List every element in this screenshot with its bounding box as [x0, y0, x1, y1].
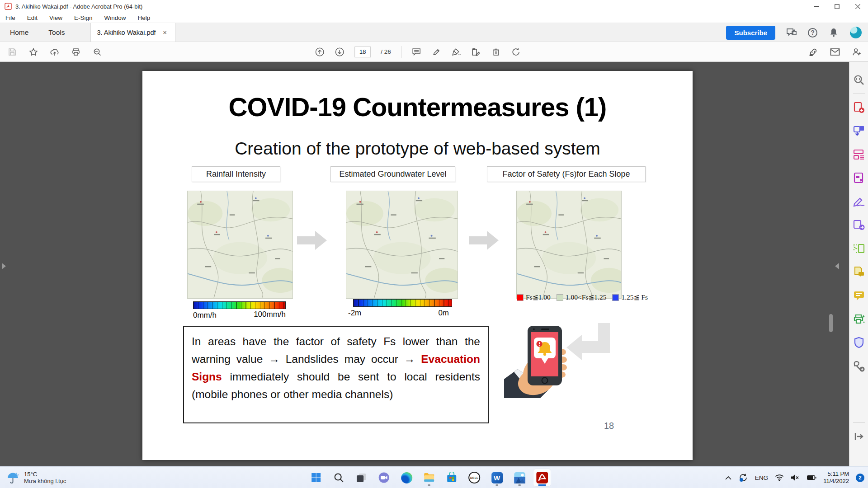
document-toolbar: / 26 [0, 42, 868, 62]
microsoft-store-button[interactable] [443, 469, 461, 487]
start-button[interactable] [307, 469, 325, 487]
panel-label-groundwater: Estimated Groundwater Level [330, 166, 455, 182]
tab-home[interactable]: Home [0, 23, 38, 42]
search-button[interactable] [330, 469, 348, 487]
star-icon[interactable] [28, 47, 38, 57]
share-link-icon[interactable] [808, 47, 818, 57]
highlight-icon[interactable] [431, 47, 441, 57]
create-pdf-icon[interactable] [849, 96, 868, 119]
weather-widget[interactable]: 15°C Mưa không l.tục [6, 467, 66, 488]
tab-tools[interactable]: Tools [38, 23, 75, 42]
more-tools-icon[interactable] [849, 354, 868, 378]
left-panel-expand-icon[interactable] [2, 263, 6, 269]
help-icon[interactable] [808, 28, 817, 38]
rotate-page-icon[interactable] [511, 47, 521, 57]
feedback-icon[interactable] [786, 27, 797, 38]
menu-help[interactable]: Help [138, 14, 151, 21]
dell-app-button[interactable]: DELL [465, 469, 483, 487]
cloud-upload-icon[interactable] [50, 47, 60, 57]
menu-view[interactable]: View [49, 14, 62, 21]
panel-label-rainfall: Rainfall Intensity [192, 166, 280, 182]
textbox-part3: immediately should be sent to local resi… [192, 371, 480, 400]
page-number-input[interactable] [354, 47, 371, 57]
groundwater-scale-max: 0m [438, 309, 449, 318]
sidebar-divider [853, 422, 865, 423]
email-icon[interactable] [830, 47, 840, 57]
legend-label-high: 1.25≦ Fs [621, 293, 648, 301]
window-title: 3. Akihiko Wakai.pdf - Adobe Acrobat Pro… [15, 3, 142, 10]
file-explorer-button[interactable] [420, 469, 438, 487]
fill-sign-tool-icon[interactable] [849, 190, 868, 213]
comment-tool-icon[interactable] [849, 284, 868, 307]
redact-icon[interactable] [849, 166, 868, 190]
weather-temperature: 15°C [24, 471, 66, 478]
notification-count-badge[interactable]: 2 [856, 474, 864, 482]
add-comment-icon[interactable] [411, 47, 421, 57]
close-button[interactable] [847, 0, 868, 13]
fs-legend: Fs≦1.00 1.00<Fs≦1.25 1.25≦ Fs [517, 293, 648, 301]
account-avatar[interactable] [850, 27, 862, 38]
menu-file[interactable]: File [5, 14, 15, 21]
wifi-icon[interactable] [775, 474, 784, 481]
print-production-icon[interactable] [849, 307, 868, 331]
menu-edit[interactable]: Edit [27, 14, 38, 21]
menu-bar: File Edit View E-Sign Window Help [0, 13, 868, 23]
tab-document[interactable]: 3. Akihiko Wakai.pdf [90, 23, 175, 42]
chat-button[interactable] [375, 469, 393, 487]
slide-subtitle: Creation of the prototype of web-based s… [142, 139, 693, 159]
collapse-panel-icon[interactable] [849, 425, 868, 448]
menu-esign[interactable]: E-Sign [74, 14, 93, 21]
volume-muted-icon[interactable] [791, 474, 800, 481]
clock[interactable]: 5:11 PM 11/4/2022 [823, 470, 849, 485]
share-for-comments-icon[interactable] [849, 260, 868, 284]
windows-taskbar: 15°C Mưa không l.tục DELL W ENG [0, 466, 868, 488]
arrow-glyph: → [404, 353, 415, 365]
next-page-icon[interactable] [335, 47, 344, 57]
maximize-button[interactable] [826, 0, 847, 13]
fill-sign-icon[interactable] [451, 47, 461, 57]
tab-document-label: 3. Akihiko Wakai.pdf [97, 29, 156, 36]
tray-time: 5:11 PM [823, 470, 849, 478]
word-button[interactable]: W [488, 469, 506, 487]
rainfall-map [188, 191, 292, 298]
delete-pages-icon[interactable] [491, 47, 501, 57]
update-sync-icon[interactable] [738, 473, 748, 483]
task-view-button[interactable] [352, 469, 370, 487]
acrobat-button[interactable] [533, 469, 551, 487]
weather-description: Mưa không l.tục [24, 478, 66, 484]
legend-swatch-green [557, 294, 563, 301]
menu-window[interactable]: Window [104, 14, 126, 21]
zoom-tools-icon[interactable] [849, 68, 868, 92]
tab-close-icon[interactable] [161, 29, 169, 36]
protect-icon[interactable] [849, 331, 868, 354]
minimize-button[interactable] [806, 0, 826, 13]
scrollbar-thumb[interactable] [829, 314, 833, 332]
language-indicator[interactable]: ENG [755, 474, 768, 481]
right-panel-expand-icon[interactable] [835, 263, 839, 269]
save-icon[interactable] [7, 47, 17, 57]
sidebar-divider [853, 94, 865, 94]
vertical-scrollbar[interactable] [829, 62, 833, 466]
combine-files-icon[interactable] [849, 119, 868, 143]
notifications-bell-icon[interactable] [828, 27, 839, 38]
export-pdf-icon[interactable] [849, 213, 868, 237]
battery-icon[interactable] [807, 475, 816, 480]
legend-swatch-blue [612, 294, 619, 301]
find-icon[interactable] [92, 47, 102, 57]
add-person-icon[interactable] [852, 47, 862, 57]
tray-date: 11/4/2022 [823, 478, 849, 485]
legend-label-low: Fs≦1.00 [526, 293, 551, 301]
rainfall-scale-min: 0mm/h [193, 311, 217, 320]
organize-pages-icon[interactable] [849, 143, 868, 166]
slide-page-number: 18 [598, 421, 620, 431]
photos-button[interactable] [510, 469, 528, 487]
edge-browser-button[interactable] [397, 469, 415, 487]
previous-page-icon[interactable] [315, 47, 325, 57]
request-signature-icon[interactable] [471, 47, 481, 57]
print-icon[interactable] [71, 47, 81, 57]
tab-bar: Home Tools 3. Akihiko Wakai.pdf Subscrib… [0, 23, 868, 42]
panel-label-factor-of-safety: Factor of Safety (Fs)for Each Slope [487, 166, 646, 182]
scan-ocr-icon[interactable] [849, 237, 868, 260]
subscribe-button[interactable]: Subscribe [726, 26, 775, 40]
tray-chevron-up-icon[interactable] [725, 476, 731, 480]
